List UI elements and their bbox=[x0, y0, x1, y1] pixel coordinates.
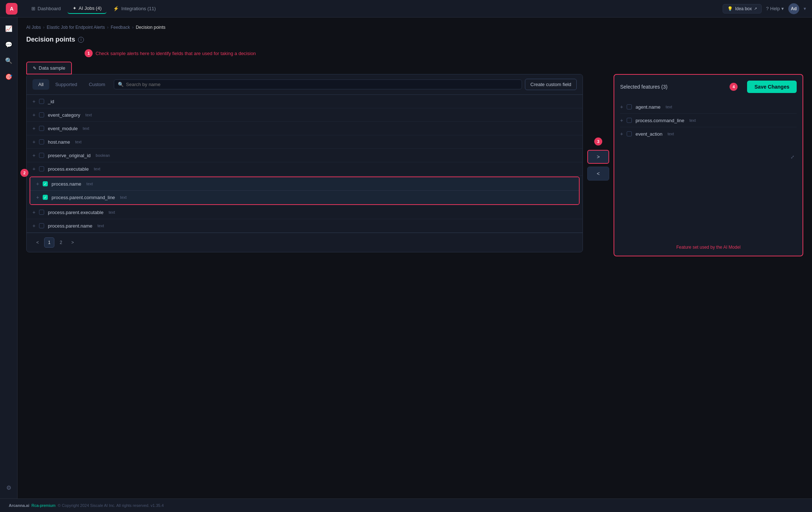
pagination-page-2[interactable]: 2 bbox=[56, 237, 66, 248]
field-checkbox[interactable] bbox=[39, 210, 44, 215]
field-checkbox[interactable]: ✓ bbox=[43, 195, 48, 200]
field-name: process.parent.command_line bbox=[51, 195, 115, 200]
field-name: event_category bbox=[48, 112, 80, 118]
field-name: host.name bbox=[48, 139, 70, 145]
field-name: process.executable bbox=[48, 166, 89, 172]
plus-icon[interactable]: + bbox=[32, 112, 35, 118]
help-button[interactable]: ? Help ▾ bbox=[766, 6, 784, 11]
field-checkbox[interactable]: ✓ bbox=[43, 181, 48, 186]
idea-box-button[interactable]: 💡 Idea box ↗ bbox=[723, 4, 762, 13]
field-type: text bbox=[75, 140, 82, 144]
table-row[interactable]: + preserve_original_id boolean bbox=[27, 149, 583, 162]
field-checkbox[interactable] bbox=[39, 166, 44, 171]
pagination-page-1[interactable]: 1 bbox=[44, 237, 54, 248]
field-checkbox[interactable] bbox=[39, 126, 44, 131]
chevron-down-icon: ▾ bbox=[781, 6, 784, 11]
feature-name: event_action bbox=[635, 131, 662, 137]
table-row[interactable]: + process.parent.executable text bbox=[27, 206, 583, 219]
plus-icon[interactable]: + bbox=[32, 125, 35, 131]
filter-tab-all[interactable]: All bbox=[32, 79, 49, 90]
table-row[interactable]: + event_module text bbox=[27, 122, 583, 135]
plus-icon[interactable]: + bbox=[32, 152, 35, 158]
field-type: text bbox=[83, 126, 89, 131]
expand-icon[interactable]: ⤢ bbox=[790, 154, 794, 160]
create-custom-field-button[interactable]: Create custom field bbox=[525, 79, 577, 90]
selected-features-list: + agent.name text + process.command_line… bbox=[620, 100, 797, 140]
field-type: text bbox=[109, 210, 115, 214]
field-name: process.parent.executable bbox=[48, 210, 103, 215]
plus-icon[interactable]: + bbox=[32, 223, 35, 229]
pagination-next[interactable]: > bbox=[67, 237, 78, 248]
annotation-1-badge: 1 bbox=[85, 49, 93, 57]
field-checkbox[interactable] bbox=[39, 139, 44, 144]
plus-icon[interactable]: + bbox=[620, 117, 623, 123]
filter-tab-supported[interactable]: Supported bbox=[49, 79, 83, 90]
main-content: AI Jobs › Elastic Job for Endpoint Alert… bbox=[18, 18, 812, 499]
plus-icon[interactable]: + bbox=[32, 139, 35, 145]
table-row[interactable]: + _id bbox=[27, 95, 583, 108]
sidebar-icon-target[interactable]: 🎯 bbox=[2, 70, 15, 83]
field-type: boolean bbox=[96, 153, 110, 158]
sidebar: 📈 💬 🔍 🎯 ⚙ bbox=[0, 18, 18, 499]
transfer-forward-button[interactable]: > bbox=[587, 150, 609, 164]
plus-icon[interactable]: + bbox=[36, 194, 39, 200]
filter-tab-custom[interactable]: Custom bbox=[83, 79, 111, 90]
data-sample-tab[interactable]: ✎ Data sample bbox=[26, 62, 72, 74]
field-checkbox[interactable] bbox=[39, 99, 44, 104]
transfer-back-button[interactable]: < bbox=[587, 167, 609, 181]
plus-icon[interactable]: + bbox=[36, 181, 39, 187]
transfer-col: 3 > < bbox=[583, 150, 614, 181]
footer-plan: Rca-premium bbox=[31, 503, 55, 508]
page-title: Decision points bbox=[26, 36, 75, 43]
field-checkbox[interactable] bbox=[627, 131, 632, 136]
field-checkbox[interactable] bbox=[39, 153, 44, 158]
right-panel: Selected features (3) 4 Save Changes ⤢ + bbox=[614, 74, 803, 256]
field-checkbox[interactable] bbox=[627, 118, 632, 123]
top-navigation: A ⊞ Dashboard ✦ AI Jobs (4) ⚡ Integratio… bbox=[0, 0, 812, 18]
nav-items: ⊞ Dashboard ✦ AI Jobs (4) ⚡ Integrations… bbox=[26, 3, 723, 14]
search-icon: 🔍 bbox=[118, 82, 124, 87]
search-input[interactable] bbox=[126, 82, 518, 87]
integrations-icon: ⚡ bbox=[113, 6, 119, 11]
right-panel-header: Selected features (3) 4 Save Changes bbox=[620, 81, 797, 93]
nav-dashboard[interactable]: ⊞ Dashboard bbox=[26, 4, 66, 13]
table-row[interactable]: + event_category text bbox=[27, 108, 583, 122]
avatar[interactable]: Ad bbox=[788, 3, 799, 14]
sidebar-icon-settings[interactable]: ⚙ bbox=[2, 481, 15, 494]
plus-icon[interactable]: + bbox=[32, 166, 35, 172]
breadcrumb-ai-jobs[interactable]: AI Jobs bbox=[26, 25, 41, 30]
table-row[interactable]: + host.name text bbox=[27, 135, 583, 149]
field-name: _id bbox=[48, 99, 54, 104]
breadcrumb-feedback[interactable]: Feedback bbox=[111, 25, 130, 30]
annotation-1-row: 1 Check sample alerts here to identify f… bbox=[85, 49, 803, 57]
field-checkbox[interactable] bbox=[627, 104, 632, 109]
pagination-prev[interactable]: < bbox=[32, 237, 43, 248]
sidebar-icon-search[interactable]: 🔍 bbox=[2, 54, 15, 67]
info-icon[interactable]: i bbox=[78, 37, 84, 43]
checkmark-icon: ✓ bbox=[44, 182, 47, 186]
table-row[interactable]: + ✓ process.parent.command_line text bbox=[30, 191, 579, 204]
field-table: + _id + event_category text + bbox=[27, 95, 583, 233]
selected-feature-row: + process.command_line text bbox=[620, 114, 797, 127]
nav-ai-jobs[interactable]: ✦ AI Jobs (4) bbox=[67, 3, 107, 14]
sidebar-icon-chart[interactable]: 📈 bbox=[2, 22, 15, 35]
table-row[interactable]: + process.parent.name text bbox=[27, 219, 583, 233]
plus-icon[interactable]: + bbox=[32, 98, 35, 104]
breadcrumb-elastic-job[interactable]: Elastic Job for Endpoint Alerts bbox=[47, 25, 105, 30]
feature-type: text bbox=[689, 118, 696, 123]
plus-icon[interactable]: + bbox=[32, 209, 35, 215]
save-changes-button[interactable]: Save Changes bbox=[747, 81, 797, 93]
plus-icon[interactable]: + bbox=[620, 131, 623, 137]
help-icon: ? bbox=[766, 6, 769, 11]
nav-integrations[interactable]: ⚡ Integrations (11) bbox=[108, 4, 161, 13]
field-checkbox[interactable] bbox=[39, 223, 44, 228]
table-row[interactable]: + ✓ process.name text bbox=[30, 177, 579, 191]
page-title-row: Decision points i bbox=[26, 36, 803, 43]
feature-type: text bbox=[668, 132, 674, 136]
feature-name: agent.name bbox=[635, 104, 661, 110]
table-row[interactable]: + process.executable text bbox=[27, 162, 583, 176]
sidebar-icon-chat[interactable]: 💬 bbox=[2, 38, 15, 51]
chevron-down-icon: ▾ bbox=[804, 6, 806, 11]
plus-icon[interactable]: + bbox=[620, 104, 623, 110]
field-checkbox[interactable] bbox=[39, 112, 44, 117]
